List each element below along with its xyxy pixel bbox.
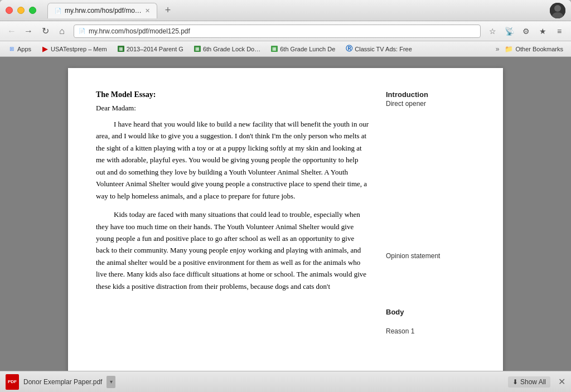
bookmark-apps-label: Apps (17, 46, 31, 52)
annotation-intro-heading: Introduction (386, 90, 428, 99)
tab-bar: 📄 my.hrw.com/hos/pdf/mo… ✕ + (47, 3, 565, 18)
tab-doc-icon: 📄 (55, 8, 61, 14)
bookmark-classic-tv[interactable]: Ⓡ Classic TV Ads: Free (342, 45, 415, 54)
essay-paragraph-1: I have heard that you would like to buil… (96, 118, 369, 202)
download-bar: PDF Donor Exemplar Paper.pdf ▾ ⬇ Show Al… (0, 371, 571, 392)
annotation-intro-sub: Direct opener (386, 100, 428, 108)
essay-salutation: Dear Madam: (96, 104, 369, 113)
forward-button[interactable]: → (21, 25, 36, 38)
bookmark-6th-lock[interactable]: ▦ 6th Grade Lock Do… (190, 45, 264, 54)
bookmark-2013-label: 2013–2014 Parent G (127, 46, 183, 52)
window-controls (6, 7, 36, 14)
tab-label: my.hrw.com/hos/pdf/mo… (65, 7, 142, 14)
tab-close-button[interactable]: ✕ (145, 7, 150, 14)
show-all-label: Show All (520, 378, 546, 386)
bookmark-usatestprep[interactable]: ▶ USATestprep – Mem (38, 45, 110, 54)
bookmark-usatestprep-label: USATestprep – Mem (51, 46, 107, 52)
home-button[interactable]: ⌂ (55, 25, 69, 38)
paragraph-indent (96, 118, 114, 130)
essay-paragraph-2: Kids today are faced with many situation… (96, 209, 369, 292)
bookmarks-end: » 📁 Other Bookmarks (496, 44, 567, 54)
download-dropdown-button[interactable]: ▾ (107, 376, 115, 388)
annotation-reason1: Reason 1 (386, 327, 414, 335)
show-all-button[interactable]: ⬇ Show All (508, 376, 550, 388)
menu-button[interactable]: ≡ (552, 25, 567, 38)
bookmark-6th-lock-label: 6th Grade Lock Do… (203, 46, 260, 52)
address-text: my.hrw.com/hos/pdf/model125.pdf (89, 27, 476, 35)
maximize-button[interactable] (29, 7, 36, 14)
minimize-button[interactable] (17, 7, 25, 14)
essay-content: The Model Essay: Dear Madam: I have hear… (96, 90, 369, 358)
annotation-reason1-label: Reason 1 (386, 327, 414, 335)
bookmark-2013[interactable]: ▦ 2013–2014 Parent G (114, 45, 187, 54)
close-button[interactable] (6, 7, 13, 14)
svg-point-1 (554, 5, 561, 12)
cast-button[interactable]: 📡 (502, 25, 516, 38)
annotation-body: Body (386, 308, 404, 317)
account-button[interactable]: ★ (535, 25, 550, 38)
paragraph-indent-2 (96, 209, 114, 220)
new-tab-button[interactable]: + (162, 4, 175, 16)
bookmark-6th-lunch-label: 6th Grade Lunch De (280, 46, 335, 52)
classic-tv-icon: Ⓡ (345, 46, 353, 52)
other-bookmarks[interactable]: 📁 Other Bookmarks (501, 44, 567, 54)
other-bookmarks-label: Other Bookmarks (515, 46, 563, 52)
annotation-opinion: Opinion statement (386, 252, 440, 260)
titlebar: 📄 my.hrw.com/hos/pdf/mo… ✕ + (0, 0, 571, 21)
annotation-body-heading: Body (386, 308, 404, 316)
pdf-page: The Model Essay: Dear Madam: I have hear… (68, 68, 503, 371)
6th-lunch-icon: ▦ (270, 46, 278, 52)
download-filename: Donor Exemplar Paper.pdf (23, 378, 102, 386)
2013-icon: ▦ (117, 46, 125, 52)
bookmark-star-button[interactable]: ☆ (485, 25, 500, 38)
address-bar[interactable]: 📄 my.hrw.com/hos/pdf/model125.pdf (74, 25, 481, 38)
browser-window: 📄 my.hrw.com/hos/pdf/mo… ✕ + ← → ↻ ⌂ 📄 m… (0, 0, 571, 392)
folder-icon: 📁 (505, 45, 513, 53)
reload-button[interactable]: ↻ (38, 25, 52, 38)
apps-icon: ⊞ (8, 46, 16, 52)
essay-title: The Model Essay: (96, 90, 369, 99)
extensions-button[interactable]: ⚙ (519, 25, 533, 38)
navigation-toolbar: ← → ↻ ⌂ 📄 my.hrw.com/hos/pdf/model125.pd… (0, 21, 571, 41)
more-bookmarks-icon: » (496, 45, 500, 53)
active-tab[interactable]: 📄 my.hrw.com/hos/pdf/mo… ✕ (47, 3, 157, 18)
download-bar-close-button[interactable]: ✕ (558, 376, 565, 387)
annotation-introduction: Introduction Direct opener (386, 90, 428, 108)
bookmark-classic-tv-label: Classic TV Ads: Free (355, 46, 412, 52)
show-all-arrow-icon: ⬇ (512, 378, 518, 386)
bookmarks-bar: ⊞ Apps ▶ USATestprep – Mem ▦ 2013–2014 P… (0, 41, 571, 57)
pdf-label: PDF (8, 379, 17, 384)
annotation-opinion-label: Opinion statement (386, 252, 440, 260)
toolbar-right: ☆ 📡 ⚙ ★ ≡ (485, 25, 567, 38)
content-area: The Model Essay: Dear Madam: I have hear… (0, 57, 571, 371)
6th-lock-icon: ▦ (193, 46, 201, 52)
address-lock-icon: 📄 (79, 28, 85, 34)
usatestprep-icon: ▶ (41, 46, 49, 52)
filename-text: Donor Exemplar Paper.pdf (23, 378, 102, 386)
pdf-file-icon: PDF (6, 374, 19, 390)
back-button[interactable]: ← (4, 25, 19, 38)
bookmark-apps[interactable]: ⊞ Apps (4, 45, 35, 54)
user-avatar (550, 3, 565, 18)
bookmark-6th-lunch[interactable]: ▦ 6th Grade Lunch De (267, 45, 338, 54)
